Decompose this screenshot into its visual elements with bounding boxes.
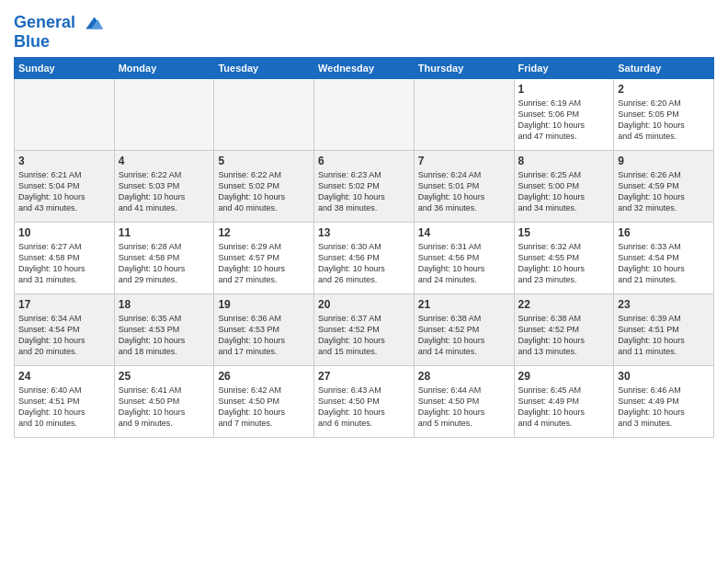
week-row-3: 17Sunrise: 6:34 AM Sunset: 4:54 PM Dayli… xyxy=(15,293,714,365)
calendar-cell: 19Sunrise: 6:36 AM Sunset: 4:53 PM Dayli… xyxy=(214,293,314,365)
cell-info: Sunrise: 6:43 AM Sunset: 4:50 PM Dayligh… xyxy=(318,385,410,430)
calendar-cell: 12Sunrise: 6:29 AM Sunset: 4:57 PM Dayli… xyxy=(214,222,314,293)
col-header-tuesday: Tuesday xyxy=(214,57,314,78)
cell-info: Sunrise: 6:40 AM Sunset: 4:51 PM Dayligh… xyxy=(18,385,110,430)
week-row-1: 3Sunrise: 6:21 AM Sunset: 5:04 PM Daylig… xyxy=(15,150,714,222)
week-row-2: 10Sunrise: 6:27 AM Sunset: 4:58 PM Dayli… xyxy=(15,222,714,293)
calendar-table: SundayMondayTuesdayWednesdayThursdayFrid… xyxy=(14,57,714,438)
day-number: 6 xyxy=(318,154,410,168)
calendar-cell: 26Sunrise: 6:42 AM Sunset: 4:50 PM Dayli… xyxy=(214,365,314,437)
cell-info: Sunrise: 6:21 AM Sunset: 5:04 PM Dayligh… xyxy=(18,169,110,214)
calendar-cell xyxy=(15,78,115,150)
calendar-cell: 21Sunrise: 6:38 AM Sunset: 4:52 PM Dayli… xyxy=(414,293,514,365)
calendar-cell: 27Sunrise: 6:43 AM Sunset: 4:50 PM Dayli… xyxy=(314,365,415,437)
col-header-wednesday: Wednesday xyxy=(314,57,415,78)
day-number: 5 xyxy=(218,154,310,168)
day-number: 9 xyxy=(618,154,710,168)
calendar-cell: 16Sunrise: 6:33 AM Sunset: 4:54 PM Dayli… xyxy=(614,222,714,293)
col-header-saturday: Saturday xyxy=(614,57,714,78)
calendar-cell xyxy=(114,78,214,150)
week-row-4: 24Sunrise: 6:40 AM Sunset: 4:51 PM Dayli… xyxy=(15,365,714,437)
page-container: General Blue SundayMondayTuesdayWednesda… xyxy=(0,0,728,447)
day-number: 12 xyxy=(218,225,310,240)
cell-info: Sunrise: 6:42 AM Sunset: 4:50 PM Dayligh… xyxy=(218,385,310,430)
cell-info: Sunrise: 6:35 AM Sunset: 4:53 PM Dayligh… xyxy=(119,313,210,358)
logo-text: General xyxy=(14,14,75,32)
day-number: 8 xyxy=(518,154,610,168)
day-number: 7 xyxy=(418,154,510,168)
calendar-cell: 9Sunrise: 6:26 AM Sunset: 4:59 PM Daylig… xyxy=(614,150,714,222)
cell-info: Sunrise: 6:22 AM Sunset: 5:02 PM Dayligh… xyxy=(218,169,310,214)
header: General Blue xyxy=(14,9,714,52)
logo-blue: Blue xyxy=(14,33,50,52)
logo: General Blue xyxy=(14,13,103,52)
day-number: 2 xyxy=(618,82,710,97)
cell-info: Sunrise: 6:20 AM Sunset: 5:05 PM Dayligh… xyxy=(618,98,710,143)
col-header-sunday: Sunday xyxy=(15,57,115,78)
day-number: 13 xyxy=(318,225,410,240)
calendar-cell: 17Sunrise: 6:34 AM Sunset: 4:54 PM Dayli… xyxy=(15,293,115,365)
cell-info: Sunrise: 6:45 AM Sunset: 4:49 PM Dayligh… xyxy=(518,385,610,430)
calendar-cell: 25Sunrise: 6:41 AM Sunset: 4:50 PM Dayli… xyxy=(114,365,214,437)
day-number: 11 xyxy=(119,225,210,240)
cell-info: Sunrise: 6:19 AM Sunset: 5:06 PM Dayligh… xyxy=(518,98,610,143)
calendar-cell: 5Sunrise: 6:22 AM Sunset: 5:02 PM Daylig… xyxy=(214,150,314,222)
week-row-0: 1Sunrise: 6:19 AM Sunset: 5:06 PM Daylig… xyxy=(15,78,714,150)
day-number: 4 xyxy=(119,154,210,168)
calendar-cell: 23Sunrise: 6:39 AM Sunset: 4:51 PM Dayli… xyxy=(614,293,714,365)
day-number: 21 xyxy=(418,297,510,312)
day-number: 17 xyxy=(18,297,110,312)
cell-info: Sunrise: 6:46 AM Sunset: 4:49 PM Dayligh… xyxy=(618,385,710,430)
calendar-cell: 28Sunrise: 6:44 AM Sunset: 4:50 PM Dayli… xyxy=(414,365,514,437)
calendar-cell xyxy=(314,78,415,150)
calendar-cell: 3Sunrise: 6:21 AM Sunset: 5:04 PM Daylig… xyxy=(15,150,115,222)
cell-info: Sunrise: 6:38 AM Sunset: 4:52 PM Dayligh… xyxy=(418,313,510,358)
cell-info: Sunrise: 6:26 AM Sunset: 4:59 PM Dayligh… xyxy=(618,169,710,214)
calendar-cell: 20Sunrise: 6:37 AM Sunset: 4:52 PM Dayli… xyxy=(314,293,415,365)
cell-info: Sunrise: 6:24 AM Sunset: 5:01 PM Dayligh… xyxy=(418,169,510,214)
cell-info: Sunrise: 6:34 AM Sunset: 4:54 PM Dayligh… xyxy=(18,313,110,358)
day-number: 10 xyxy=(18,225,110,240)
day-number: 26 xyxy=(218,369,310,384)
day-number: 19 xyxy=(218,297,310,312)
calendar-cell: 11Sunrise: 6:28 AM Sunset: 4:58 PM Dayli… xyxy=(114,222,214,293)
cell-info: Sunrise: 6:25 AM Sunset: 5:00 PM Dayligh… xyxy=(518,169,610,214)
header-row: SundayMondayTuesdayWednesdayThursdayFrid… xyxy=(15,57,714,78)
cell-info: Sunrise: 6:28 AM Sunset: 4:58 PM Dayligh… xyxy=(119,241,210,286)
cell-info: Sunrise: 6:38 AM Sunset: 4:52 PM Dayligh… xyxy=(518,313,610,358)
day-number: 16 xyxy=(618,225,710,240)
calendar-cell: 15Sunrise: 6:32 AM Sunset: 4:55 PM Dayli… xyxy=(514,222,614,293)
calendar-cell: 30Sunrise: 6:46 AM Sunset: 4:49 PM Dayli… xyxy=(614,365,714,437)
calendar-cell: 8Sunrise: 6:25 AM Sunset: 5:00 PM Daylig… xyxy=(514,150,614,222)
col-header-friday: Friday xyxy=(514,57,614,78)
cell-info: Sunrise: 6:36 AM Sunset: 4:53 PM Dayligh… xyxy=(218,313,310,358)
col-header-thursday: Thursday xyxy=(414,57,514,78)
calendar-cell: 24Sunrise: 6:40 AM Sunset: 4:51 PM Dayli… xyxy=(15,365,115,437)
day-number: 27 xyxy=(318,369,410,384)
day-number: 28 xyxy=(418,369,510,384)
calendar-cell: 4Sunrise: 6:22 AM Sunset: 5:03 PM Daylig… xyxy=(114,150,214,222)
day-number: 24 xyxy=(18,369,110,384)
day-number: 15 xyxy=(518,225,610,240)
logo-icon xyxy=(77,13,103,33)
cell-info: Sunrise: 6:30 AM Sunset: 4:56 PM Dayligh… xyxy=(318,241,410,286)
day-number: 22 xyxy=(518,297,610,312)
day-number: 3 xyxy=(18,154,110,168)
calendar-cell: 2Sunrise: 6:20 AM Sunset: 5:05 PM Daylig… xyxy=(614,78,714,150)
day-number: 25 xyxy=(119,369,210,384)
calendar-cell: 13Sunrise: 6:30 AM Sunset: 4:56 PM Dayli… xyxy=(314,222,415,293)
cell-info: Sunrise: 6:39 AM Sunset: 4:51 PM Dayligh… xyxy=(618,313,710,358)
calendar-cell: 7Sunrise: 6:24 AM Sunset: 5:01 PM Daylig… xyxy=(414,150,514,222)
calendar-cell: 22Sunrise: 6:38 AM Sunset: 4:52 PM Dayli… xyxy=(514,293,614,365)
cell-info: Sunrise: 6:31 AM Sunset: 4:56 PM Dayligh… xyxy=(418,241,510,286)
cell-info: Sunrise: 6:44 AM Sunset: 4:50 PM Dayligh… xyxy=(418,385,510,430)
cell-info: Sunrise: 6:22 AM Sunset: 5:03 PM Dayligh… xyxy=(119,169,210,214)
cell-info: Sunrise: 6:33 AM Sunset: 4:54 PM Dayligh… xyxy=(618,241,710,286)
calendar-cell: 10Sunrise: 6:27 AM Sunset: 4:58 PM Dayli… xyxy=(15,222,115,293)
day-number: 30 xyxy=(618,369,710,384)
calendar-cell xyxy=(414,78,514,150)
calendar-cell: 18Sunrise: 6:35 AM Sunset: 4:53 PM Dayli… xyxy=(114,293,214,365)
day-number: 29 xyxy=(518,369,610,384)
day-number: 20 xyxy=(318,297,410,312)
calendar-cell: 1Sunrise: 6:19 AM Sunset: 5:06 PM Daylig… xyxy=(514,78,614,150)
